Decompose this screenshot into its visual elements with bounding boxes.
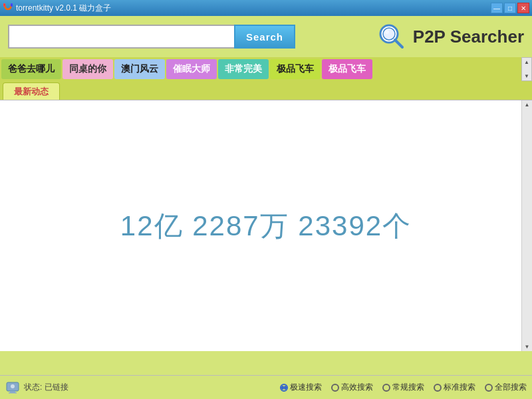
tag-item[interactable]: 澳门风云 bbox=[114, 59, 165, 79]
main-scroll-down[interactable]: ▼ bbox=[523, 342, 531, 351]
svg-point-9 bbox=[11, 384, 15, 388]
radio-label-normal: 常规搜索 bbox=[392, 382, 424, 393]
status-icon bbox=[5, 380, 20, 395]
radio-circle-efficient bbox=[331, 384, 339, 392]
stats-text: 12亿 2287万 23392个 bbox=[120, 207, 412, 245]
header: Search P2P Searcher bbox=[0, 16, 532, 57]
sub-tab-bar: 最新动态 bbox=[0, 81, 532, 100]
svg-rect-1 bbox=[11, 3, 13, 7]
svg-rect-0 bbox=[3, 3, 5, 7]
tag-item[interactable]: 非常完美 bbox=[218, 59, 269, 79]
title-bar: torrentkitty v2.0.1 磁力盒子 — □ ✕ bbox=[0, 0, 532, 16]
app-icon bbox=[3, 3, 13, 13]
radio-option-efficient[interactable]: 高效搜索 bbox=[331, 382, 373, 393]
sub-tab-latest[interactable]: 最新动态 bbox=[3, 82, 60, 100]
svg-rect-8 bbox=[9, 392, 17, 394]
svg-rect-7 bbox=[10, 391, 15, 392]
scroll-down-arrow[interactable]: ▼ bbox=[523, 72, 531, 80]
status-left: 状态: 已链接 bbox=[5, 380, 68, 395]
title-controls: — □ ✕ bbox=[491, 3, 529, 13]
radio-option-fast[interactable]: 极速搜索 bbox=[280, 382, 322, 393]
svg-point-4 bbox=[385, 30, 389, 34]
radio-label-fast: 极速搜索 bbox=[290, 382, 322, 393]
radio-circle-fast bbox=[280, 384, 288, 392]
search-area: Search bbox=[8, 25, 295, 49]
scroll-up-arrow[interactable]: ▲ bbox=[523, 58, 531, 66]
main-scrollbar[interactable]: ▲ ▼ bbox=[521, 100, 532, 351]
app-title: torrentkitty v2.0.1 磁力盒子 bbox=[16, 3, 111, 14]
search-button[interactable]: Search bbox=[234, 25, 295, 49]
minimize-button[interactable]: — bbox=[491, 3, 503, 13]
tag-item[interactable]: 同桌的你 bbox=[63, 59, 113, 79]
radio-circle-all bbox=[485, 384, 493, 392]
radio-option-all[interactable]: 全部搜索 bbox=[485, 382, 527, 393]
radio-circle-standard bbox=[434, 384, 442, 392]
radio-option-normal[interactable]: 常规搜索 bbox=[382, 382, 424, 393]
close-button[interactable]: ✕ bbox=[517, 3, 529, 13]
main-scroll-up[interactable]: ▲ bbox=[523, 100, 531, 109]
maximize-button[interactable]: □ bbox=[504, 3, 516, 13]
radio-label-standard: 标准搜索 bbox=[444, 382, 475, 393]
title-left: torrentkitty v2.0.1 磁力盒子 bbox=[3, 3, 111, 14]
logo-icon bbox=[376, 21, 408, 53]
radio-circle-normal bbox=[382, 384, 390, 392]
tags-scrollbar[interactable]: ▲ ▼ bbox=[521, 57, 532, 81]
tags-bar: 爸爸去哪儿 同桌的你 澳门风云 催眠大师 非常完美 极品飞车 极品飞车 ▲ ▼ bbox=[0, 57, 532, 81]
logo-text: P2P Searcher bbox=[413, 27, 524, 47]
radio-option-standard[interactable]: 标准搜索 bbox=[434, 382, 475, 393]
radio-label-efficient: 高效搜索 bbox=[341, 382, 373, 393]
tag-item[interactable]: 爸爸去哪儿 bbox=[1, 59, 61, 79]
tag-item[interactable]: 催眠大师 bbox=[166, 59, 217, 79]
radio-label-all: 全部搜索 bbox=[495, 382, 527, 393]
tag-item[interactable]: 极品飞车 bbox=[322, 59, 372, 79]
search-input[interactable] bbox=[8, 25, 234, 49]
svg-point-3 bbox=[383, 28, 395, 40]
main-content: 12亿 2287万 23392个 ▲ ▼ bbox=[0, 100, 532, 351]
status-right: 极速搜索 高效搜索 常规搜索 标准搜索 全部搜索 bbox=[280, 382, 527, 393]
svg-line-5 bbox=[395, 40, 402, 47]
status-text: 状态: 已链接 bbox=[24, 382, 68, 393]
logo-area: P2P Searcher bbox=[376, 21, 524, 53]
tag-item[interactable]: 极品飞车 bbox=[270, 59, 321, 79]
status-bar: 状态: 已链接 极速搜索 高效搜索 常规搜索 标准搜索 全部搜索 bbox=[0, 375, 532, 399]
